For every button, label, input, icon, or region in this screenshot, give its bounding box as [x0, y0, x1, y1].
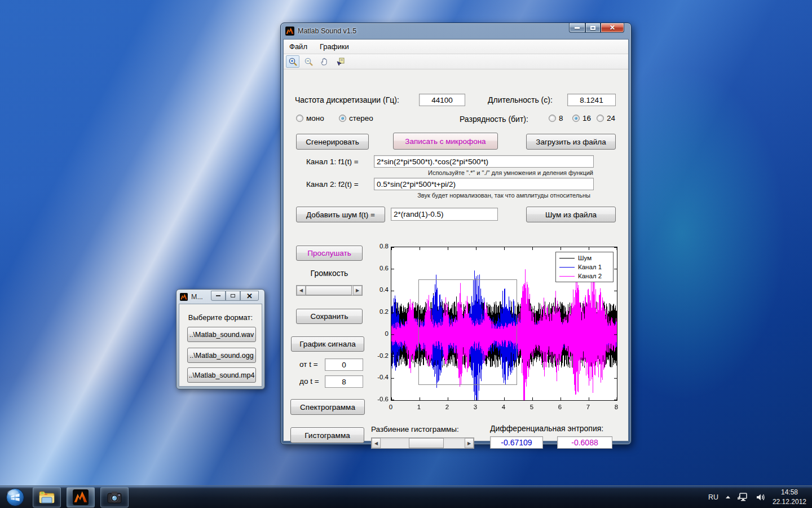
bits-8-radio[interactable]: 8 [549, 114, 563, 122]
dialog-maximize-button[interactable] [226, 291, 240, 301]
maximize-icon [590, 26, 595, 30]
bits-24-radio-dot[interactable] [597, 115, 604, 122]
close-button[interactable]: ✕ [601, 23, 624, 33]
stereo-radio-dot[interactable] [339, 115, 346, 122]
entropy-label: Дифференциальная энтропия: [490, 424, 603, 433]
dialog-close-button[interactable]: ✕ [240, 291, 259, 301]
channel1-label: Канал 1: f1(t) = [306, 157, 359, 166]
taskbar-explorer-button[interactable] [33, 487, 61, 507]
bins-slider-right-arrow[interactable]: ▶ [465, 438, 474, 448]
format-mp4-button[interactable]: ..\Matlab_sound.mp4 [187, 367, 256, 383]
maximize-button[interactable] [585, 23, 601, 33]
bits-8-radio-dot[interactable] [549, 115, 556, 122]
x-axis-tick-label: 6 [555, 404, 564, 410]
legend-line-noise [559, 258, 575, 259]
channel2-label: Канал 2: f2(t) = [306, 180, 359, 189]
volume-slider-thumb[interactable] [306, 286, 352, 295]
main-window-client: Файл Графики Частота дискретизации (Гц):… [283, 39, 629, 441]
menu-graphs[interactable]: Графики [320, 42, 349, 51]
legend-entry-channel2: Канал 2 [559, 273, 610, 279]
legend-entry-noise: Шум [559, 255, 610, 261]
bins-slider-left-arrow[interactable]: ◀ [372, 438, 381, 448]
dialog-minimize-icon [216, 295, 220, 296]
taskbar: RU 14:58 22.12.2012 [0, 485, 812, 508]
x-axis-tick-label: 0 [386, 404, 395, 410]
freq-input[interactable] [419, 94, 465, 106]
window-controls: ✕ [569, 23, 624, 33]
to-t-input[interactable] [325, 375, 363, 388]
menu-bar: Файл Графики [284, 40, 628, 54]
hidden-icons-arrow[interactable] [725, 495, 731, 500]
zoom-selection-rect [418, 279, 517, 385]
bins-slider-thumb[interactable] [409, 438, 444, 448]
zoom-in-icon[interactable] [286, 55, 299, 68]
legend-line-channel1 [559, 267, 575, 268]
from-t-input[interactable] [325, 358, 363, 371]
menu-file[interactable]: Файл [289, 42, 307, 51]
dialog-window-controls: ✕ [211, 291, 259, 301]
zoom-out-icon[interactable] [302, 55, 315, 68]
duration-input[interactable] [567, 94, 616, 106]
network-icon[interactable] [738, 492, 749, 502]
language-indicator[interactable]: RU [708, 493, 718, 501]
channel1-input[interactable] [374, 155, 594, 168]
dialog-minimize-button[interactable] [211, 291, 226, 301]
record-button[interactable]: Записать с микрофона [393, 133, 498, 150]
format-wav-button[interactable]: ..\Matlab_sound.wav [187, 327, 256, 342]
mono-radio[interactable]: моно [296, 114, 324, 122]
signal-plot-button[interactable]: График сигнала [291, 336, 364, 352]
taskbar-camera-button[interactable] [100, 487, 129, 507]
volume-icon[interactable] [756, 493, 766, 502]
x-axis-tick-label: 2 [443, 404, 452, 410]
bins-slider[interactable]: ◀ ▶ [371, 437, 474, 449]
histogram-button[interactable]: Гистограмма [290, 427, 364, 443]
dialog-close-icon: ✕ [246, 292, 253, 300]
volume-label: Громкость [296, 269, 363, 278]
entropy-value-channel2: -0.6088 [557, 436, 612, 449]
camera-icon [106, 489, 123, 505]
bits-16-label: 16 [582, 114, 591, 122]
y-axis-tick-label: 0.4 [369, 286, 389, 293]
windows-start-icon [6, 488, 25, 507]
stereo-radio[interactable]: стерео [339, 114, 373, 122]
chart-legend[interactable]: Шум Канал 1 Канал 2 [555, 252, 614, 282]
explorer-folder-icon [38, 490, 55, 505]
play-button[interactable]: Прослушать [296, 246, 363, 261]
channel1-hint: Используйте ".*" и "./" для умножения и … [428, 169, 593, 176]
y-axis-tick-label: -0.6 [369, 396, 389, 402]
add-noise-button[interactable]: Добавить шум f(t) = [296, 207, 385, 222]
from-t-label: от t = [299, 360, 318, 369]
legend-label-channel1: Канал 1 [578, 264, 602, 270]
bits-16-radio[interactable]: 16 [572, 114, 591, 122]
channel2-input[interactable] [374, 178, 594, 190]
bits-label: Разрядность (бит): [460, 115, 528, 124]
spectrogram-button[interactable]: Спектрограмма [290, 399, 365, 415]
data-cursor-icon[interactable] [333, 55, 347, 68]
minimize-button[interactable] [569, 23, 585, 33]
taskbar-matlab-icon [73, 489, 89, 505]
load-file-button[interactable]: Загрузить из файла [526, 134, 616, 150]
bits-16-radio-dot[interactable] [572, 115, 580, 122]
volume-slider-right-arrow[interactable]: ▶ [353, 286, 362, 295]
taskbar-matlab-button[interactable] [67, 487, 95, 507]
waveform-plot-area[interactable]: Шум Канал 1 Канал 2 [391, 247, 617, 401]
y-axis-tick-label: -0.4 [369, 374, 389, 380]
start-button[interactable] [3, 487, 27, 508]
bits-24-radio[interactable]: 24 [597, 114, 615, 122]
generate-button[interactable]: Сгенерировать [296, 134, 369, 150]
noise-input[interactable] [391, 208, 498, 221]
to-t-label: до t = [299, 377, 319, 386]
noise-from-file-button[interactable]: Шум из файла [526, 207, 616, 222]
legend-entry-channel1: Канал 1 [559, 264, 610, 270]
mono-radio-dot[interactable] [296, 115, 303, 122]
save-button[interactable]: Сохранить [296, 309, 363, 324]
main-panel: Частота дискретизации (Гц): Длительность… [284, 69, 628, 441]
toolbar [284, 54, 628, 69]
volume-slider[interactable]: ◀ ▶ [296, 285, 363, 296]
volume-slider-left-arrow[interactable]: ◀ [297, 286, 306, 295]
format-ogg-button[interactable]: ..\Matlab_sound.ogg [187, 348, 256, 363]
bits-8-label: 8 [559, 114, 563, 122]
pan-hand-icon[interactable] [317, 55, 331, 68]
clock-time: 14:58 [781, 488, 798, 496]
taskbar-clock[interactable]: 14:58 22.12.2012 [773, 488, 806, 506]
